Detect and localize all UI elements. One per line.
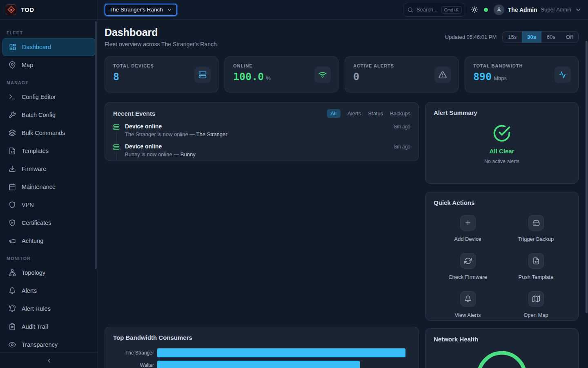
timeline-connector	[116, 132, 117, 144]
site-selector-value: The Stranger's Ranch	[109, 7, 163, 13]
sidebar-item-config-editor[interactable]: Config Editor	[2, 88, 95, 106]
search-icon	[408, 7, 413, 13]
chevron-down-icon	[167, 7, 172, 13]
main-content: Dashboard Fleet overview across The Stra…	[98, 20, 588, 368]
megaphone-icon	[9, 237, 16, 245]
event-description: Bunny is now online — Bunny	[125, 151, 410, 157]
sidebar-item-audit-trail[interactable]: Audit Trail	[2, 318, 95, 336]
events-filter-all[interactable]: All	[327, 109, 341, 118]
page-subtitle: Fleet overview across The Stranger's Ran…	[105, 41, 217, 47]
event-device: — The Stranger	[189, 131, 227, 137]
refresh-option-off[interactable]: Off	[561, 31, 578, 43]
eye-icon	[9, 341, 16, 348]
sidebar-item-label: Firmware	[22, 166, 46, 172]
quick-action-add-device[interactable]: Add Device	[434, 215, 502, 242]
sidebar-item-label: Bulk Commands	[22, 130, 65, 136]
sidebar-scrollbar[interactable]	[95, 21, 97, 269]
bell-ring-icon	[9, 305, 16, 312]
event-description: The Stranger is now online — The Strange…	[125, 131, 410, 137]
server-icon	[194, 67, 211, 83]
sidebar-item-alert-rules[interactable]: Alert Rules	[2, 300, 95, 318]
stat-unit: %	[266, 75, 271, 81]
sidebar-item-batch-config[interactable]: Batch Config	[2, 106, 95, 124]
quick-actions-grid: Add DeviceTrigger BackupCheck FirmwarePu…	[434, 215, 570, 318]
app-logo: TOD	[0, 0, 98, 20]
quick-action-label: Open Map	[523, 312, 548, 318]
sidebar-item-certificates[interactable]: Certificates	[2, 214, 95, 232]
alert-summary-detail: No active alerts	[434, 159, 570, 164]
quick-action-trigger-backup[interactable]: Trigger Backup	[502, 215, 570, 242]
sidebar-item-label: Dashboard	[22, 44, 51, 50]
sidebar-item-label: Config Editor	[22, 94, 56, 100]
sidebar-item-label: VPN	[22, 202, 34, 208]
quick-actions-panel: Quick Actions Add DeviceTrigger BackupCh…	[425, 192, 579, 321]
sidebar-item-achtung[interactable]: Achtung	[2, 232, 95, 250]
sidebar-item-label: Alerts	[22, 287, 37, 294]
quick-action-check-firmware[interactable]: Check Firmware	[434, 253, 502, 280]
quick-action-open-map[interactable]: Open Map	[502, 291, 570, 318]
sidebar-item-templates[interactable]: Templates	[2, 142, 95, 160]
alert-summary-panel: Alert Summary All Clear No active alerts	[425, 102, 579, 184]
sidebar-item-firmware[interactable]: Firmware	[2, 160, 95, 178]
site-selector[interactable]: The Stranger's Ranch	[105, 4, 177, 16]
shield-check-icon	[9, 219, 16, 227]
plus-icon	[460, 215, 476, 231]
sidebar-item-maintenance[interactable]: Maintenance	[2, 178, 95, 196]
event-device: — Bunny	[174, 151, 195, 157]
refresh-cw-icon	[460, 253, 476, 269]
event-filters: AllAlertsStatusBackups	[327, 109, 410, 118]
user-menu[interactable]: The Admin Super Admin	[494, 4, 581, 15]
refresh-option-60s[interactable]: 60s	[541, 31, 561, 43]
event-item: Device online8m agoBunny is now online —…	[113, 143, 410, 161]
download-icon	[9, 165, 16, 173]
user-name: The Admin	[508, 7, 537, 13]
event-time: 8m ago	[394, 124, 410, 130]
theme-toggle-button[interactable]	[471, 6, 478, 13]
alert-triangle-icon	[434, 67, 451, 83]
bandwidth-title: Top Bandwidth Consumers	[113, 334, 192, 341]
stat-value: 0	[353, 71, 359, 83]
bell-icon	[460, 291, 476, 307]
refresh-option-15s[interactable]: 15s	[503, 31, 522, 43]
sidebar-item-topology[interactable]: Topology	[2, 264, 95, 282]
dashboard-icon	[9, 43, 16, 51]
bandwidth-row: The Stranger	[113, 348, 410, 357]
main-scrollbar[interactable]	[586, 41, 588, 313]
search-shortcut-badge: Cmd+K	[441, 6, 462, 13]
server-icon	[113, 124, 120, 130]
quick-action-push-template[interactable]: Push Template	[502, 253, 570, 280]
alert-summary-status: All Clear	[434, 148, 570, 155]
recent-events-title: Recent Events	[113, 110, 155, 117]
sidebar-item-dashboard[interactable]: Dashboard	[2, 38, 95, 56]
event-title: Device online	[125, 123, 162, 130]
sidebar-item-vpn[interactable]: VPN	[2, 196, 95, 214]
search-input[interactable]: Search... Cmd+K	[403, 3, 465, 17]
wifi-icon	[314, 67, 331, 83]
refresh-option-30s[interactable]: 30s	[522, 31, 541, 43]
shield-icon	[9, 201, 16, 209]
sidebar-item-label: Templates	[22, 148, 49, 154]
events-filter-alerts[interactable]: Alerts	[347, 110, 361, 117]
sidebar-item-map[interactable]: Map	[2, 56, 95, 74]
events-filter-backups[interactable]: Backups	[390, 110, 410, 117]
sidebar-item-alerts[interactable]: Alerts	[2, 282, 95, 300]
sidebar-item-bulk-commands[interactable]: Bulk Commands	[2, 124, 95, 142]
sidebar-item-transparency[interactable]: Transparency	[2, 336, 95, 352]
page-title: Dashboard	[105, 27, 217, 38]
bell-icon	[9, 287, 16, 294]
sidebar-item-label: Audit Trail	[22, 323, 48, 330]
check-circle-icon	[493, 124, 511, 142]
tod-logo-icon	[6, 4, 16, 15]
stat-card-total-bandwidth: TOTAL BANDWIDTH890Mbps	[465, 56, 579, 92]
sidebar-collapse-button[interactable]	[0, 352, 98, 368]
quick-action-view-alerts[interactable]: View Alerts	[434, 291, 502, 318]
stat-unit: Mbps	[494, 75, 507, 81]
sidebar-section-label-fleet: FLEET	[0, 20, 98, 38]
avatar	[494, 4, 504, 15]
events-filter-status[interactable]: Status	[368, 110, 383, 117]
stat-value: 8	[113, 71, 119, 83]
refresh-interval-control: 15s30s60sOff	[502, 31, 579, 43]
hard-drive-icon	[528, 215, 544, 231]
wrench-icon	[9, 111, 16, 119]
network-health-title: Network Health	[434, 336, 478, 343]
